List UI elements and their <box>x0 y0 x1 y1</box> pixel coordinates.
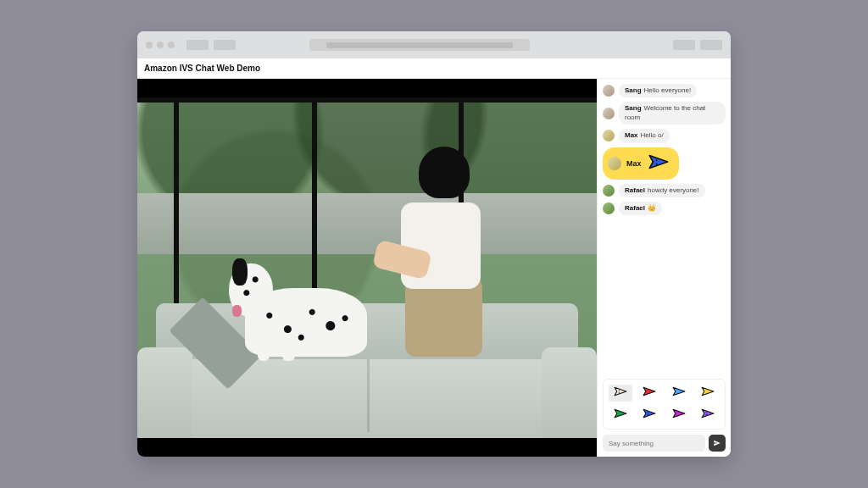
chat-bubble: Rafaelhowdy everyone! <box>619 184 705 197</box>
play-sticker-icon <box>647 152 670 175</box>
svg-point-6 <box>706 412 707 413</box>
chat-username: Max <box>625 131 638 139</box>
avatar <box>603 108 615 119</box>
chat-sticker-bubble: Max <box>603 147 679 180</box>
chat-username: Sang <box>625 86 642 94</box>
svg-point-7 <box>706 414 707 415</box>
chat-message: Max <box>603 147 726 180</box>
play-sticker-icon <box>700 385 715 401</box>
play-sticker-icon <box>642 385 657 401</box>
sticker-option[interactable] <box>609 407 632 424</box>
dalmatian-dog <box>229 234 385 357</box>
nav-back-placeholder <box>186 40 209 50</box>
sticker-option[interactable] <box>696 407 720 424</box>
chat-username: Rafael <box>625 204 645 212</box>
chat-text: Hello o/ <box>641 131 664 139</box>
avatar <box>603 202 615 214</box>
svg-point-0 <box>655 159 657 161</box>
chat-composer <box>598 435 731 457</box>
chat-text: howdy everyone! <box>648 186 698 194</box>
sticker-option[interactable] <box>696 385 720 402</box>
play-sticker-icon <box>700 408 715 423</box>
page-title: Amazon IVS Chat Web Demo <box>137 58 731 79</box>
nav-fwd-placeholder <box>214 40 236 50</box>
chat-text: 👑 <box>648 204 656 212</box>
play-sticker-icon <box>642 408 657 423</box>
play-sticker-icon <box>671 408 687 423</box>
chat-input[interactable] <box>603 435 705 452</box>
sticker-option[interactable] <box>667 407 691 424</box>
sticker-option[interactable] <box>637 385 661 402</box>
close-dot[interactable] <box>146 42 153 48</box>
avatar <box>608 157 621 170</box>
chat-message: SangHello everyone! <box>603 84 726 97</box>
avatar <box>603 85 615 97</box>
video-frame <box>137 97 597 438</box>
svg-point-3 <box>619 392 620 393</box>
content: SangHello everyone! SangWelcome to the c… <box>137 79 731 457</box>
video-player[interactable] <box>137 79 597 457</box>
person <box>386 158 496 356</box>
url-bar[interactable] <box>309 39 530 51</box>
chat-panel: SangHello everyone! SangWelcome to the c… <box>597 79 731 457</box>
maximize-dot[interactable] <box>168 42 175 48</box>
send-icon <box>713 439 721 447</box>
chat-bubble: Rafael👑 <box>619 202 662 215</box>
toolbar-placeholder <box>673 40 695 50</box>
minimize-dot[interactable] <box>157 42 164 48</box>
sticker-option[interactable] <box>609 385 632 402</box>
chat-text: Hello everyone! <box>644 86 692 94</box>
play-sticker-icon <box>613 408 628 423</box>
chat-bubble: MaxHello o/ <box>619 129 670 142</box>
svg-point-5 <box>648 414 648 415</box>
svg-point-2 <box>619 390 620 391</box>
toolbar-placeholder <box>700 40 722 50</box>
avatar <box>603 130 615 141</box>
sticker-picker <box>603 379 726 430</box>
chat-bubble: SangHello everyone! <box>619 84 697 97</box>
chat-bubble: SangWelcome to the chat room <box>619 102 726 125</box>
chat-message: SangWelcome to the chat room <box>603 102 726 125</box>
send-button[interactable] <box>709 435 726 452</box>
traffic-lights <box>146 42 175 48</box>
play-sticker-icon <box>671 385 687 401</box>
sticker-option[interactable] <box>637 407 661 424</box>
chat-message: MaxHello o/ <box>603 129 726 142</box>
play-sticker-icon <box>613 385 628 401</box>
browser-chrome <box>137 31 731 58</box>
chat-message: Rafael👑 <box>603 202 726 215</box>
svg-point-4 <box>648 412 648 413</box>
chat-messages[interactable]: SangHello everyone! SangWelcome to the c… <box>598 79 731 379</box>
browser-window: Amazon IVS Chat Web Demo <box>137 31 731 457</box>
chat-username: Max <box>626 159 642 168</box>
sticker-option[interactable] <box>667 385 691 402</box>
avatar <box>603 185 615 197</box>
svg-point-1 <box>655 163 657 164</box>
chat-username: Rafael <box>625 186 645 194</box>
chat-message: Rafaelhowdy everyone! <box>603 184 726 197</box>
chat-username: Sang <box>625 104 642 112</box>
